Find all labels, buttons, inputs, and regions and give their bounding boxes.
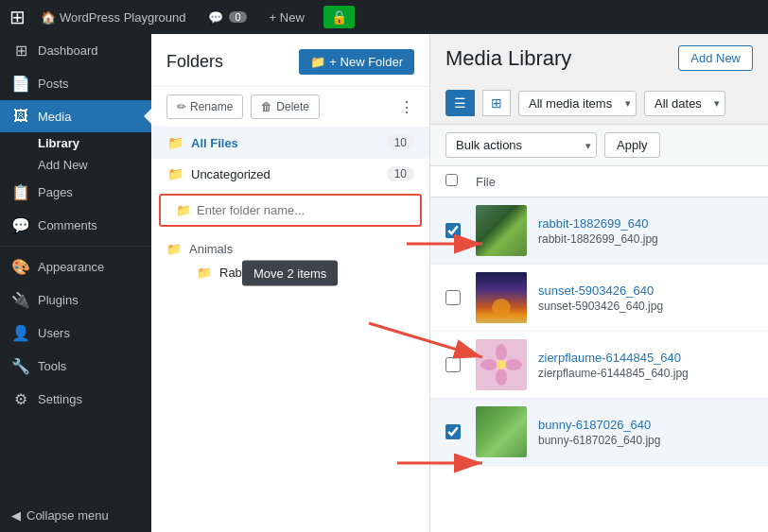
content-area: Folders 📁 + New Folder ✏ Rename 🗑 Delete…: [151, 34, 768, 532]
dashboard-icon: ⊞: [11, 42, 30, 60]
move-items-tooltip: Move 2 items: [242, 260, 338, 285]
rename-icon: ✏: [177, 100, 186, 113]
file-column-header: File: [476, 175, 496, 189]
media-info-2: sunset-5903426_640 sunset-5903426_640.jp…: [538, 283, 753, 313]
apply-button[interactable]: Apply: [604, 132, 660, 158]
tools-icon: 🔧: [11, 357, 30, 375]
select-all-checkbox[interactable]: [445, 174, 458, 186]
sidebar-arrow: [144, 109, 151, 124]
folder-blue-icon: 📁: [166, 135, 183, 150]
media-row: rabbit-1882699_640 rabbit-1882699_640.jp…: [430, 197, 768, 265]
sidebar-sub-add-new[interactable]: Add New: [0, 154, 151, 176]
sidebar-item-dashboard[interactable]: ⊞ Dashboard: [0, 34, 151, 67]
grid-view-button[interactable]: ⊞: [482, 90, 511, 116]
media-row: sunset-5903426_640 sunset-5903426_640.jp…: [430, 265, 768, 332]
admin-bar-new[interactable]: + New: [262, 10, 312, 25]
folder-name-input-row: 📁: [159, 194, 422, 227]
sidebar-item-pages[interactable]: 📋 Pages: [0, 176, 151, 209]
media-filename-2[interactable]: sunset-5903426_640: [538, 283, 753, 298]
add-new-button[interactable]: Add New: [678, 45, 753, 71]
media-filename-1[interactable]: rabbit-1882699_640: [538, 216, 753, 231]
media-list-header: File: [430, 166, 768, 197]
media-checkbox-4[interactable]: [445, 424, 464, 439]
media-info-3: zierpflaume-6144845_640 zierpflaume-6144…: [538, 351, 753, 380]
folder-item-rabbits[interactable]: 📁 Rabbits Move 2 items: [166, 260, 414, 285]
delete-button[interactable]: 🗑 Delete: [251, 94, 320, 119]
media-filename-3[interactable]: zierpflaume-6144845_640: [538, 351, 753, 365]
media-ext-4: bunny-6187026_640.jpg: [538, 434, 753, 447]
folder-gray-icon: 📁: [166, 166, 183, 181]
media-cb-input-4[interactable]: [445, 424, 461, 439]
sidebar-item-settings[interactable]: ⚙ Settings: [0, 383, 151, 416]
sidebar-sub-library[interactable]: Library: [0, 132, 151, 154]
more-actions-icon[interactable]: ⋮: [399, 98, 414, 116]
trash-icon: 🗑: [261, 100, 272, 113]
sidebar-item-tools[interactable]: 🔧 Tools: [0, 350, 151, 383]
wp-logo-icon[interactable]: ⊞: [9, 6, 26, 28]
bulk-actions-wrap: Bulk actions: [445, 132, 597, 158]
media-row: bunny-6187026_640 bunny-6187026_640.jpg: [430, 399, 768, 466]
list-view-button[interactable]: ☰: [445, 90, 475, 116]
home-icon: 🏠: [41, 10, 56, 25]
flower-thumb-svg: [476, 339, 527, 390]
appearance-icon: 🎨: [11, 258, 30, 276]
media-checkbox-2[interactable]: [445, 290, 464, 305]
collapse-icon: ◀: [11, 508, 21, 523]
media-thumb-1: [476, 205, 527, 256]
sidebar: ⊞ Dashboard 📄 Posts 🖼 Media Library Add …: [0, 34, 151, 532]
media-ext-1: rabbit-1882699_640.jpg: [538, 232, 753, 246]
media-checkbox-3[interactable]: [445, 357, 464, 372]
media-filename-4[interactable]: bunny-6187026_640: [538, 418, 753, 432]
bulk-actions-select[interactable]: Bulk actions: [445, 132, 597, 158]
sunset-thumb-svg: [476, 272, 527, 323]
admin-bar-site[interactable]: 🏠 WordPress Playground: [33, 0, 193, 34]
users-icon: 👤: [11, 324, 30, 342]
plugins-icon: 🔌: [11, 291, 30, 309]
svg-point-11: [496, 344, 507, 361]
date-filter-wrap: All dates: [644, 91, 725, 116]
admin-bar-comments[interactable]: 💬 0: [201, 0, 253, 34]
media-thumb-3: [476, 339, 527, 390]
media-row: zierpflaume-6144845_640 zierpflaume-6144…: [430, 332, 768, 399]
sidebar-divider: [0, 246, 151, 247]
date-filter-select[interactable]: All dates: [644, 91, 725, 116]
folders-title: Folders: [166, 52, 223, 72]
media-library-title: Media Library: [445, 46, 667, 71]
sidebar-item-users[interactable]: 👤 Users: [0, 317, 151, 350]
media-list: File: [430, 166, 768, 532]
sidebar-item-posts[interactable]: 📄 Posts: [0, 67, 151, 100]
bulk-actions-bar: Bulk actions Apply: [430, 124, 768, 166]
media-ext-2: sunset-5903426_640.jpg: [538, 300, 753, 313]
media-header: Media Library Add New: [430, 34, 768, 82]
media-cb-input-2[interactable]: [445, 290, 461, 305]
folder-group-animals-header[interactable]: 📁 Animals: [166, 238, 414, 260]
sidebar-item-appearance[interactable]: 🎨 Appearance: [0, 250, 151, 283]
media-info-4: bunny-6187026_640 bunny-6187026_640.jpg: [538, 418, 753, 447]
folders-header: Folders 📁 + New Folder: [151, 34, 429, 87]
folders-panel: Folders 📁 + New Folder ✏ Rename 🗑 Delete…: [151, 34, 430, 532]
collapse-menu[interactable]: ◀ Collapse menu: [0, 499, 151, 532]
media-checkbox-1[interactable]: [445, 223, 464, 238]
media-cb-input-3[interactable]: [445, 357, 461, 372]
svg-point-14: [505, 359, 522, 370]
media-filter-wrap: All media items: [518, 91, 637, 116]
media-filter-select[interactable]: All media items: [518, 91, 637, 116]
folder-name-input[interactable]: [197, 203, 405, 217]
new-folder-button[interactable]: 📁 + New Folder: [299, 49, 414, 75]
folder-group-animals: 📁 Animals 📁 Rabbits Move 2 items: [151, 231, 429, 285]
plus-icon: 📁: [310, 55, 325, 69]
rename-button[interactable]: ✏ Rename: [166, 94, 243, 119]
pages-icon: 📋: [11, 183, 30, 201]
folder-item-uncategorized[interactable]: 📁 Uncategorized 10: [151, 159, 429, 190]
media-icon: 🖼: [11, 108, 30, 125]
media-info-1: rabbit-1882699_640 rabbit-1882699_640.jp…: [538, 216, 753, 246]
sidebar-item-comments[interactable]: 💬 Comments: [0, 209, 151, 242]
folder-actions-bar: ✏ Rename 🗑 Delete ⋮: [151, 87, 429, 128]
media-cb-input-1[interactable]: [445, 223, 461, 238]
folder-item-all-files[interactable]: 📁 All Files 10: [151, 128, 429, 159]
sidebar-item-plugins[interactable]: 🔌 Plugins: [0, 283, 151, 317]
sidebar-item-media[interactable]: 🖼 Media: [0, 100, 151, 132]
svg-point-13: [480, 359, 497, 370]
posts-icon: 📄: [11, 75, 30, 93]
svg-point-8: [492, 299, 511, 317]
